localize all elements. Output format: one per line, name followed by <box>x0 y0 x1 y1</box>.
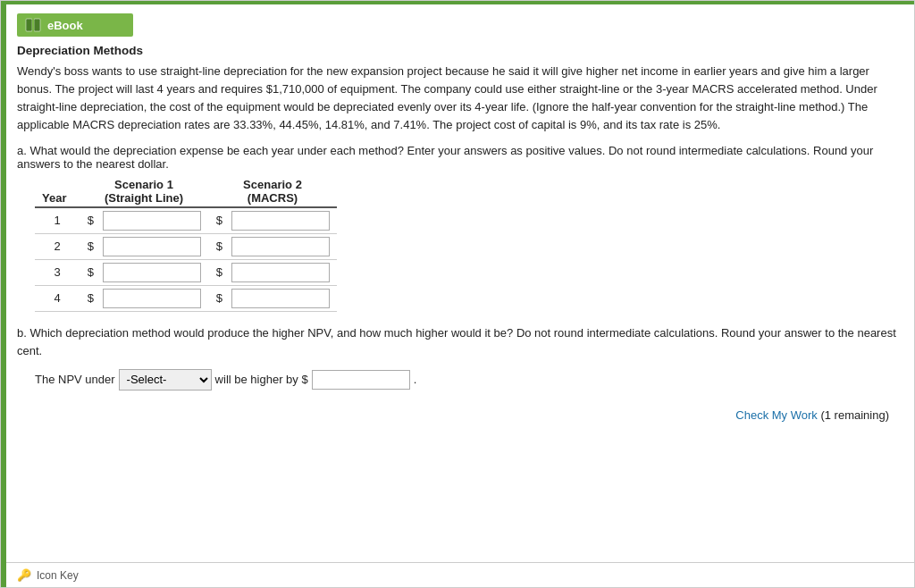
table-row: 3 $ $ <box>35 259 337 285</box>
question-b-text: Which depreciation method would produce … <box>17 326 896 357</box>
s1-input-cell-2 <box>96 233 208 259</box>
s2-dollar-2: $ <box>208 233 224 259</box>
table-row: 2 $ $ <box>35 233 337 259</box>
question-a-letter: a. <box>17 144 27 157</box>
s1-dollar-3: $ <box>80 259 96 285</box>
s2-input-cell-3 <box>224 259 337 285</box>
check-work-link[interactable]: Check My Work <box>735 408 818 422</box>
year-cell-3: 3 <box>35 259 80 285</box>
s2-input-cell-1 <box>224 207 337 234</box>
npv-method-select[interactable]: -Select-Straight-LineMACRS <box>119 369 212 391</box>
col-subheader-scenario2: (MACRS) <box>208 191 337 207</box>
s2-input-4[interactable] <box>231 289 330 308</box>
s1-input-1[interactable] <box>103 211 201 231</box>
question-b: b. Which depreciation method would produ… <box>17 324 898 360</box>
remaining-text: (1 remaining) <box>820 408 889 422</box>
npv-middle: will be higher by $ <box>215 373 308 386</box>
book-icon <box>24 18 42 32</box>
key-icon: 🔑 <box>17 568 31 582</box>
table-row: 1 $ $ <box>35 207 337 234</box>
svg-rect-1 <box>34 19 40 31</box>
col-subheader-year: Year <box>35 191 80 207</box>
depreciation-table: Scenario 1 Scenario 2 Year (Straight Lin… <box>35 176 337 312</box>
problem-text: Wendy's boss wants to use straight-line … <box>17 63 898 135</box>
s2-input-cell-2 <box>224 233 337 259</box>
s1-input-cell-1 <box>96 207 208 234</box>
year-cell-2: 2 <box>35 233 80 259</box>
s2-input-3[interactable] <box>231 263 330 282</box>
s2-dollar-1: $ <box>208 207 224 234</box>
check-work-row: Check My Work (1 remaining) <box>17 391 898 429</box>
col-subheader-scenario1: (Straight Line) <box>80 191 208 207</box>
npv-row: The NPV under -Select-Straight-LineMACRS… <box>35 369 898 391</box>
s2-dollar-4: $ <box>208 285 224 311</box>
year-cell-1: 1 <box>35 207 80 234</box>
table-row: 4 $ $ <box>35 285 337 311</box>
col-header-year <box>35 176 80 191</box>
question-a-text: What would the depreciation expense be e… <box>17 144 873 171</box>
s2-input-2[interactable] <box>231 237 330 256</box>
s1-input-2[interactable] <box>103 237 201 256</box>
col-header-scenario1-line1: Scenario 1 <box>80 176 208 191</box>
ebook-label: eBook <box>47 19 83 32</box>
npv-prefix: The NPV under <box>35 373 115 386</box>
question-a-label: a. What would the depreciation expense b… <box>17 144 898 171</box>
s1-input-cell-4 <box>96 285 208 311</box>
npv-suffix: . <box>414 373 417 386</box>
npv-amount-input[interactable] <box>312 370 410 390</box>
s1-dollar-1: $ <box>80 207 96 234</box>
svg-rect-2 <box>32 19 34 31</box>
ebook-button[interactable]: eBook <box>17 13 133 37</box>
s2-input-cell-4 <box>224 285 337 311</box>
s1-dollar-4: $ <box>80 285 96 311</box>
icon-key-bar: 🔑 Icon Key <box>6 562 914 587</box>
icon-key-label: Icon Key <box>37 569 79 582</box>
svg-rect-0 <box>26 19 32 31</box>
s1-input-4[interactable] <box>103 289 201 308</box>
s2-dollar-3: $ <box>208 259 224 285</box>
s1-input-3[interactable] <box>103 263 201 282</box>
s2-input-1[interactable] <box>231 211 330 231</box>
section-title: Depreciation Methods <box>17 44 898 57</box>
col-header-scenario2-line1: Scenario 2 <box>208 176 337 191</box>
s1-dollar-2: $ <box>80 233 96 259</box>
question-b-letter: b. <box>17 326 27 340</box>
s1-input-cell-3 <box>96 259 208 285</box>
year-cell-4: 4 <box>35 285 80 311</box>
